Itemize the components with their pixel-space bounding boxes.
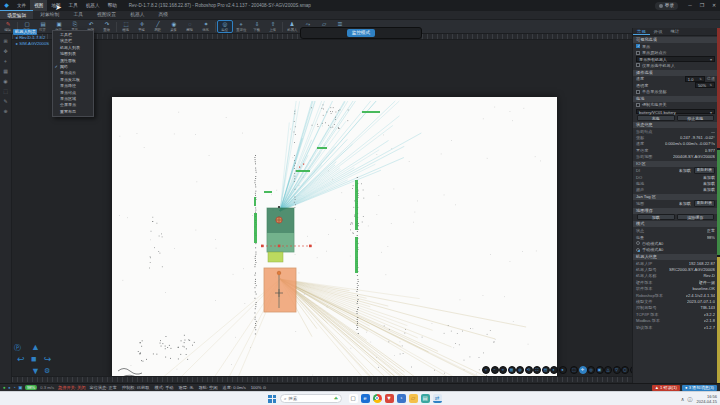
checkbox[interactable]: [636, 103, 640, 107]
minimize-button[interactable]: ─: [684, 0, 696, 11]
map-canvas-area[interactable]: [12, 40, 632, 376]
draw-tool-icon[interactable]: ✎: [3, 97, 7, 107]
status-item-2: 模式: 手动: [154, 385, 173, 390]
ribbon-tab-2[interactable]: 工具: [66, 10, 90, 19]
checkbox[interactable]: [636, 63, 640, 67]
view-button-13[interactable]: ▣: [596, 366, 604, 374]
toolbar-button-监控[interactable]: ◎监控: [217, 20, 233, 33]
toolbar-button-优化[interactable]: ✦优化: [198, 20, 214, 33]
view-button-4[interactable]: ◍: [516, 366, 524, 374]
toolbar-button-重定位[interactable]: ⌖重定位: [233, 20, 249, 33]
panel-tab-常规[interactable]: 常规: [633, 28, 650, 35]
view-button-3[interactable]: ▦: [508, 366, 516, 374]
dpad-up-button[interactable]: ▲: [31, 342, 40, 352]
checkbox[interactable]: [636, 44, 640, 48]
dpad-down-button[interactable]: ▼: [31, 366, 40, 376]
notification-icon[interactable]: ⓘ: [688, 396, 693, 402]
number-stepper[interactable]: 50%⇅: [695, 82, 715, 88]
toolbar-button-机器人[interactable]: ♟机器人: [284, 20, 300, 33]
user-login-pill[interactable]: 登录: [655, 2, 678, 10]
panel-tab-外设[interactable]: 外设: [650, 28, 667, 35]
dpad-right-button[interactable]: ↪: [44, 354, 52, 364]
view-button-16[interactable]: ◻: [621, 366, 629, 374]
view-button-15[interactable]: ▽: [613, 366, 621, 374]
toolbar-label: 机器人: [287, 28, 297, 32]
view-button-8[interactable]: ◐: [550, 366, 558, 374]
radio-button[interactable]: [636, 241, 640, 245]
tray-chevron-icon[interactable]: ∧: [681, 396, 685, 402]
store-app-icon[interactable]: ▼: [385, 394, 394, 403]
toolbar-separator: [282, 22, 283, 32]
search-icon: ⌕: [284, 396, 287, 401]
grid-tool-icon[interactable]: ⊞: [3, 37, 7, 47]
select-tool-icon[interactable]: ⬚: [3, 87, 8, 97]
notification-badge[interactable]: ● 3 通知消息(3): [682, 385, 717, 391]
file-explorer-icon[interactable]: ▱: [409, 394, 418, 403]
map-document[interactable]: [112, 97, 557, 376]
dropdown-select[interactable]: 显示所有机器人▾: [636, 56, 715, 62]
view-button-14[interactable]: △: [604, 366, 612, 374]
panel-button-刷新列表[interactable]: 刷新列表: [694, 200, 715, 207]
view-button-5[interactable]: ⟲: [525, 366, 533, 374]
view-button-0[interactable]: ＋: [482, 366, 490, 374]
monitor-mode-button[interactable]: 监控模式: [347, 29, 375, 37]
maximize-button[interactable]: ❐: [696, 0, 708, 11]
locate-tool-icon[interactable]: ⌖: [4, 57, 7, 67]
start-button[interactable]: [268, 395, 276, 403]
ribbon-tab-0[interactable]: 场景编辑: [0, 10, 33, 19]
app-window: ◆ 文件视图地图工具机器人帮助 Rev-D-1.7.8.2 (192.168.2…: [0, 0, 720, 405]
checkbox[interactable]: [636, 90, 640, 94]
toolbar-button-框选[interactable]: ⬚框选: [118, 20, 134, 33]
toolbar-button-测距[interactable]: ╱测距: [150, 20, 166, 33]
obs-app-icon[interactable]: ◔: [397, 394, 406, 403]
ribbon-tab-4[interactable]: 机器人: [123, 10, 151, 19]
error-badge[interactable]: ▲ 1 错误(1): [652, 385, 680, 391]
view-button-12[interactable]: ◎: [587, 366, 595, 374]
taskbar-search[interactable]: ⌕ 搜索 ☘: [280, 394, 342, 403]
panel-button-充电[interactable]: 充电: [637, 115, 675, 121]
add-tool-icon[interactable]: ⊕: [3, 107, 7, 117]
panel-button-清除缓存[interactable]: 清除缓存: [677, 214, 715, 220]
radio-button[interactable]: [636, 248, 640, 252]
checkbox-label: 显示原始点云: [642, 50, 667, 55]
view-button-1[interactable]: −: [491, 366, 499, 374]
close-button[interactable]: ✕: [708, 0, 720, 11]
toolbar-button-采集[interactable]: ◉采集: [166, 20, 182, 33]
toolbar-button-下载[interactable]: ⇩下载: [249, 20, 265, 33]
panel-tab-统计[interactable]: 统计: [667, 28, 684, 35]
panel-button-加载[interactable]: 加载: [637, 214, 675, 220]
move-tool-icon[interactable]: ✥: [3, 47, 7, 57]
view-button-10[interactable]: ⬚: [570, 366, 578, 374]
edge-browser-icon[interactable]: e: [361, 394, 370, 403]
panel-button-刷新列表[interactable]: 刷新列表: [694, 167, 715, 174]
view-button-11[interactable]: ✛: [579, 366, 587, 374]
menu-item-12[interactable]: 重置布局: [53, 109, 93, 115]
toolbar-button-重做[interactable]: ↷重做: [99, 20, 115, 33]
record-tool-icon[interactable]: ◉: [3, 77, 7, 87]
ribbon-tab-5[interactable]: 高级: [152, 10, 176, 19]
checkbox[interactable]: [636, 51, 640, 55]
roboshop-app-icon[interactable]: ⇄: [433, 394, 442, 403]
dpad-stop-button[interactable]: ■: [31, 354, 36, 364]
panel-row: 地图未加载刷新列表: [633, 200, 718, 207]
view-button-7[interactable]: ▤: [542, 366, 550, 374]
dropdown-select[interactable]: battery/VC01.battery▾: [636, 109, 715, 115]
view-button-9[interactable]: ●: [559, 366, 567, 374]
park-button[interactable]: Ⓟ: [14, 343, 21, 353]
toolbar-button-平移[interactable]: ✛平移: [134, 20, 150, 33]
number-stepper[interactable]: 1.0⇅: [685, 76, 705, 82]
chrome-browser-icon[interactable]: [373, 394, 382, 403]
view-button-6[interactable]: ⛶: [533, 366, 541, 374]
dpad-settings-button[interactable]: ⚙: [44, 367, 50, 375]
toolbar-button-擦除[interactable]: ◌擦除: [182, 20, 198, 33]
dpad-left-button[interactable]: ↩: [17, 354, 25, 364]
panel-button-停止充电[interactable]: 停止充电: [677, 115, 715, 121]
taskbar-clock[interactable]: 16:56 2024-04-15: [697, 394, 717, 404]
panel-row: 充电停止充电: [633, 115, 718, 121]
task-view-icon[interactable]: ▢: [349, 394, 358, 403]
ribbon-tab-3[interactable]: 视图设置: [90, 10, 123, 19]
view-button-2[interactable]: ⌖: [499, 366, 507, 374]
toolbar-button-上传[interactable]: ⇧上传: [265, 20, 281, 33]
notes-app-icon[interactable]: ▤: [421, 394, 430, 403]
layers-tool-icon[interactable]: ▦: [3, 67, 8, 77]
